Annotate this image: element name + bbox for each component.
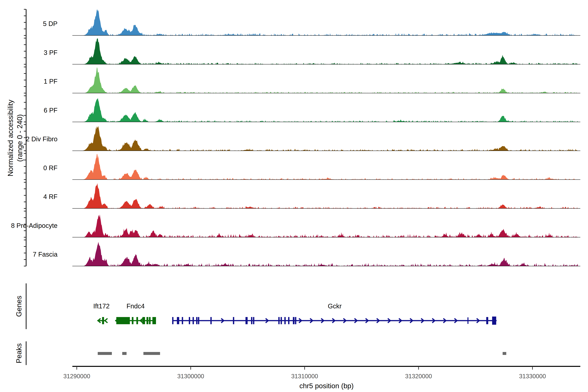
gene-annotation-track: Ift172Fndc4Gckr [93,302,497,325]
exon-box [149,317,150,324]
strand-arrow-icon [105,319,107,322]
accessibility-track-4-rf: 4 RF [24,182,580,208]
exon-box [172,317,174,324]
accessibility-track-3-pf: 3 PF [24,38,580,64]
exon-box [116,317,130,324]
exon-box [189,317,190,324]
peak-interval-box [502,352,506,355]
x-axis-tick-label: 31330000 [519,373,546,380]
exon-box [196,317,198,324]
exon-box [284,317,286,324]
exon-box [492,316,496,325]
gene-model-fndc4: Fndc4 [115,302,156,324]
exon-box [288,317,290,324]
accessibility-track-8-pre-adipocyte: 8 Pre-Adipocyte [11,211,580,237]
exon-box [198,317,199,324]
exon-box [136,317,138,324]
signal-area [72,242,580,266]
exon-box [295,317,296,324]
exon-box [192,317,194,324]
accessibility-track-0-rf: 0 RF [24,154,580,180]
signal-area [72,67,580,93]
exon-box [280,317,282,324]
signal-area [72,154,580,180]
gene-name-label: Ift172 [93,302,110,310]
signal-area [72,126,580,151]
exon-box [142,317,145,324]
exon-box [102,317,104,324]
coverage-plot-figure: Normalized accessibility (range 0 - 240)… [0,0,588,392]
exon-box [253,317,254,324]
exon-box [146,317,148,324]
signal-area [72,98,580,122]
peak-interval-box [144,352,160,355]
gene-name-label: Fndc4 [126,302,144,310]
tracks-canvas: 5 DP3 PF1 PF6 PF2 Div Fibro0 RF4 RF8 Pre… [0,0,588,392]
signal-area [72,214,580,237]
peak-interval-box [122,352,126,355]
gene-name-label: Gckr [328,302,342,310]
called-peaks-track [98,352,506,355]
signal-area [72,10,580,36]
gene-model-gckr: Gckr [172,302,496,325]
x-axis: 3129000031300000313100003132000031330000 [63,366,580,380]
exon-box [251,317,252,324]
exon-box [293,317,294,324]
track-label: 4 RF [43,193,58,200]
exon-box [177,317,179,324]
x-axis-tick-label: 31310000 [291,373,318,380]
signal-area [72,38,580,64]
exon-box [152,317,156,324]
exon-box [233,317,234,324]
exon-box [468,317,468,324]
x-axis-tick-label: 31320000 [405,373,432,380]
track-label: 0 RF [43,164,58,172]
signal-area [72,183,580,208]
x-axis-tick-label: 31290000 [63,373,90,380]
x-axis-tick-label: 31300000 [177,373,204,380]
track-label: 2 Div Fibro [26,136,58,142]
accessibility-track-1-pf: 1 PF [24,67,580,93]
gene-model-ift172: Ift172 [93,302,110,324]
track-label: 5 DP [43,20,58,27]
track-label: 1 PF [44,78,58,85]
accessibility-track-6-pf: 6 PF [24,96,580,122]
exon-box [246,317,248,324]
track-label: 7 Fascia [33,251,58,258]
exon-box [210,317,212,324]
track-label: 6 PF [44,107,58,114]
track-label: 8 Pre-Adipocyte [11,222,58,229]
peak-interval-box [98,352,112,355]
accessibility-track-2-div-fibro: 2 Div Fibro [24,124,580,151]
track-label: 3 PF [44,49,58,56]
accessibility-track-7-fascia: 7 Fascia [24,240,580,266]
exon-box [278,317,280,324]
exon-box [132,317,134,324]
exon-box [182,317,183,324]
exon-box [486,317,488,324]
accessibility-track-5-dp: 5 DP [24,9,580,36]
